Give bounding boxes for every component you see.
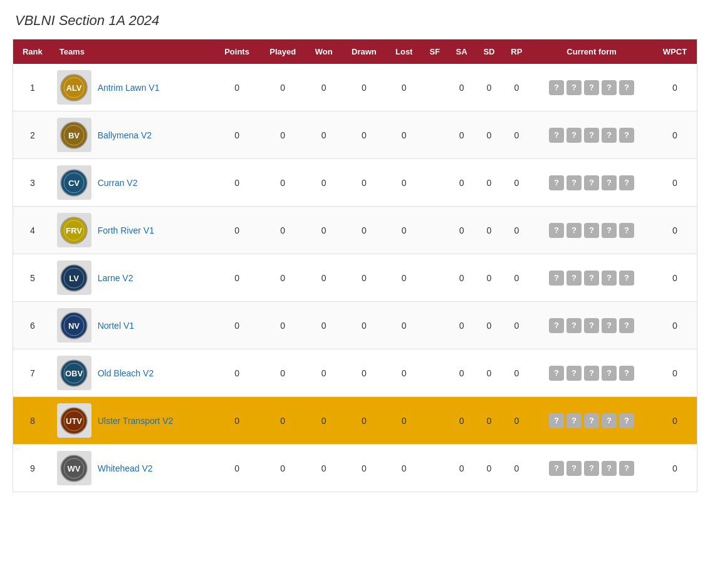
- table-row: 5 LV Larne V2 0 0 0 0 0 0 0 0 ????? 0: [13, 254, 697, 302]
- played-cell: 0: [259, 111, 306, 159]
- rank-cell: 7: [13, 349, 52, 397]
- form-badge: ?: [566, 175, 582, 190]
- page-title: VBLNI Section 1A 2024: [13, 13, 697, 29]
- form-badge: ?: [619, 223, 634, 238]
- form-badge: ?: [584, 413, 599, 428]
- rank-cell: 5: [13, 254, 52, 302]
- sf-cell: [422, 64, 448, 111]
- team-cell: WV Whitehead V2: [52, 445, 215, 492]
- lost-cell: 0: [387, 397, 422, 445]
- won-cell: 0: [306, 349, 342, 397]
- team-inner: NV Nortel V1: [57, 308, 210, 343]
- form-badge: ?: [584, 80, 599, 95]
- col-current-form: Current form: [530, 39, 653, 64]
- team-cell: UTV Ulster Transport V2: [52, 397, 215, 445]
- sd-cell: 0: [476, 159, 503, 207]
- col-won: Won: [306, 39, 342, 64]
- rp-cell: 0: [503, 64, 530, 111]
- team-logo: NV: [57, 308, 91, 343]
- form-badge: ?: [602, 175, 617, 190]
- svg-text:ALV: ALV: [66, 83, 82, 93]
- team-link[interactable]: Old Bleach V2: [98, 368, 154, 378]
- form-cell: ?????: [530, 111, 653, 159]
- drawn-cell: 0: [342, 254, 387, 302]
- won-cell: 0: [306, 302, 342, 349]
- team-inner: FRV Forth River V1: [57, 213, 210, 247]
- form-badge: ?: [602, 366, 617, 381]
- form-badge: ?: [584, 271, 599, 286]
- sa-cell: 0: [448, 159, 476, 207]
- team-link[interactable]: Ballymena V2: [98, 130, 152, 140]
- team-inner: ALV Antrim Lawn V1: [57, 70, 210, 105]
- team-link[interactable]: Whitehead V2: [98, 463, 153, 473]
- lost-cell: 0: [387, 207, 422, 254]
- team-logo: LV: [57, 260, 91, 295]
- lost-cell: 0: [387, 302, 422, 349]
- rank-cell: 4: [13, 207, 52, 254]
- wpct-cell: 0: [653, 111, 697, 159]
- form-badge: ?: [602, 413, 617, 428]
- form-badge: ?: [584, 318, 599, 333]
- form-badge: ?: [602, 461, 617, 476]
- form-badge: ?: [619, 80, 634, 95]
- won-cell: 0: [306, 111, 342, 159]
- played-cell: 0: [259, 302, 306, 349]
- sd-cell: 0: [476, 302, 503, 349]
- sf-cell: [422, 397, 448, 445]
- wpct-cell: 0: [653, 159, 697, 207]
- col-rank: Rank: [13, 39, 52, 64]
- col-sa: SA: [448, 39, 476, 64]
- sf-cell: [422, 111, 448, 159]
- won-cell: 0: [306, 159, 342, 207]
- form-badge: ?: [549, 80, 564, 95]
- team-link[interactable]: Curran V2: [98, 178, 138, 188]
- played-cell: 0: [259, 445, 306, 492]
- sd-cell: 0: [476, 207, 503, 254]
- form-badge: ?: [549, 318, 564, 333]
- points-cell: 0: [214, 445, 259, 492]
- team-inner: WV Whitehead V2: [57, 451, 210, 485]
- drawn-cell: 0: [342, 397, 387, 445]
- team-inner: BV Ballymena V2: [57, 118, 210, 152]
- svg-text:LV: LV: [69, 274, 79, 283]
- team-link[interactable]: Larne V2: [98, 273, 133, 283]
- rp-cell: 0: [503, 111, 530, 159]
- rank-cell: 3: [13, 159, 52, 207]
- sa-cell: 0: [448, 111, 476, 159]
- form-badge: ?: [602, 128, 617, 143]
- sf-cell: [422, 302, 448, 349]
- points-cell: 0: [214, 254, 259, 302]
- form-badge: ?: [584, 128, 599, 143]
- form-badge: ?: [619, 175, 634, 190]
- rank-cell: 8: [13, 397, 52, 445]
- drawn-cell: 0: [342, 302, 387, 349]
- table-row: 9 WV Whitehead V2 0 0 0 0 0 0 0 0 ????? …: [13, 445, 697, 492]
- form-badge: ?: [549, 461, 564, 476]
- team-inner: OBV Old Bleach V2: [57, 356, 210, 390]
- team-link[interactable]: Forth River V1: [98, 225, 154, 235]
- form-cell: ?????: [530, 254, 653, 302]
- col-sd: SD: [476, 39, 503, 64]
- played-cell: 0: [259, 397, 306, 445]
- rank-cell: 9: [13, 445, 52, 492]
- form-cell: ?????: [530, 397, 653, 445]
- form-badge: ?: [619, 461, 634, 476]
- form-cell: ?????: [530, 207, 653, 254]
- svg-text:FRV: FRV: [66, 226, 82, 235]
- team-link[interactable]: Antrim Lawn V1: [98, 83, 160, 93]
- form-badge: ?: [566, 271, 582, 286]
- table-row: 6 NV Nortel V1 0 0 0 0 0 0 0 0 ????? 0: [13, 302, 697, 349]
- wpct-cell: 0: [653, 302, 697, 349]
- form-cell: ?????: [530, 64, 653, 111]
- team-link[interactable]: Nortel V1: [98, 321, 134, 331]
- form-badge: ?: [619, 366, 634, 381]
- col-teams: Teams: [52, 39, 215, 64]
- won-cell: 0: [306, 445, 342, 492]
- team-logo: OBV: [57, 356, 91, 390]
- team-logo: FRV: [57, 213, 91, 247]
- table-row: 3 CV Curran V2 0 0 0 0 0 0 0 0 ????? 0: [13, 159, 697, 207]
- wpct-cell: 0: [653, 254, 697, 302]
- form-badge: ?: [619, 413, 634, 428]
- won-cell: 0: [306, 207, 342, 254]
- team-link[interactable]: Ulster Transport V2: [98, 416, 174, 426]
